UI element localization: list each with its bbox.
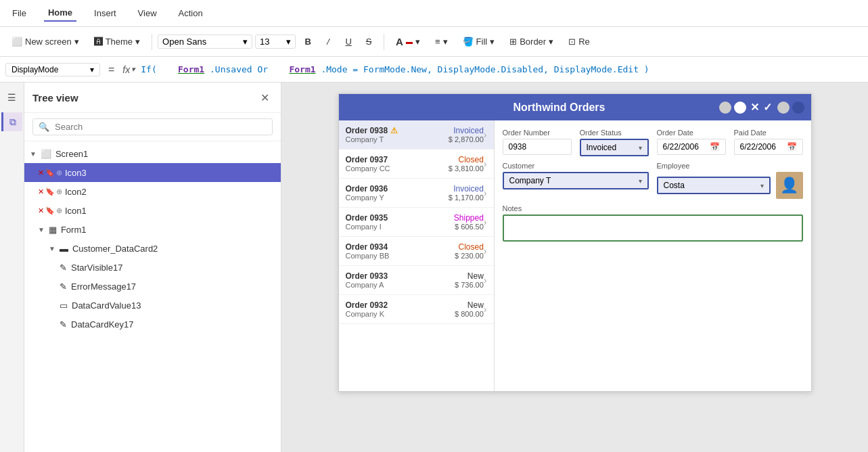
menu-home[interactable]: Home bbox=[44, 5, 76, 22]
order-0934-status: Closed bbox=[455, 242, 484, 252]
bookmark-icon3: 🔖 bbox=[45, 168, 55, 177]
border-button[interactable]: ⊞ Border ▾ bbox=[503, 33, 559, 50]
header-circle-1[interactable] bbox=[719, 101, 731, 114]
hamburger-icon[interactable]: ☰ bbox=[3, 88, 22, 107]
order-0934-info: Order 0934 Company BB bbox=[346, 242, 455, 260]
underline-button[interactable]: U bbox=[339, 32, 358, 51]
order-item-0934[interactable]: Order 0934 Company BB Closed $ 230.00 › bbox=[339, 237, 494, 266]
paid-date-calendar-icon[interactable]: 📅 bbox=[787, 142, 797, 152]
fill-button[interactable]: 🪣 Fill ▾ bbox=[457, 33, 501, 50]
search-input[interactable] bbox=[55, 122, 267, 132]
canvas-area: Northwind Orders ✕ ✓ bbox=[281, 83, 868, 452]
text-color-button[interactable]: A ▬ ▾ bbox=[390, 32, 426, 51]
form1-icon: ▦ bbox=[49, 225, 57, 235]
new-screen-button[interactable]: ⬜ New screen ▾ bbox=[5, 33, 85, 50]
order-0936-amount: $ 1,170.00 bbox=[449, 194, 484, 202]
order-0935-num: Order 0935 bbox=[346, 213, 454, 223]
icon2-badges: ✕ 🔖 ⊕ bbox=[38, 187, 62, 196]
order-0932-num: Order 0932 bbox=[346, 300, 455, 310]
employee-label: Employee bbox=[657, 162, 803, 170]
strikethrough-button[interactable]: S bbox=[359, 32, 378, 51]
employee-dropdown[interactable]: Costa ▾ bbox=[657, 177, 771, 194]
menu-file[interactable]: File bbox=[8, 5, 30, 21]
order-0938-info: Order 0938 ⚠ Company T bbox=[346, 126, 449, 143]
tree-item-form1[interactable]: ▼ ▦ Form1 bbox=[24, 220, 281, 239]
equals-sign: = bbox=[106, 64, 117, 76]
menu-action[interactable]: Action bbox=[175, 5, 207, 21]
formula-input[interactable]: If( Form1 .Unsaved Or Form1 .Mode = Form… bbox=[141, 64, 863, 74]
order-date-calendar-icon[interactable]: 📅 bbox=[710, 142, 720, 152]
order-0933-status: New bbox=[455, 271, 484, 281]
theme-button[interactable]: 🅰 Theme ▾ bbox=[88, 33, 146, 50]
order-0933-right: New $ 736.00 bbox=[455, 271, 484, 289]
order-item-0937[interactable]: Order 0937 Company CC Closed $ 3,810.00 … bbox=[339, 150, 494, 179]
chevron-down-icon-tc: ▾ bbox=[415, 37, 420, 47]
order-0932-arrow: › bbox=[484, 304, 487, 315]
font-size-selector[interactable]: 13 ▾ bbox=[255, 35, 296, 49]
order-item-0932[interactable]: Order 0932 Company K New $ 800.00 › bbox=[339, 295, 494, 324]
tree-item-icon3[interactable]: ✕ 🔖 ⊕ Icon3 bbox=[24, 163, 281, 182]
formula-bar: DisplayMode ▾ = fx ▾ If( Form1 .Unsaved … bbox=[0, 57, 868, 83]
tree-item-screen1[interactable]: ▼ ⬜ Screen1 bbox=[24, 144, 281, 163]
font-selector[interactable]: Open Sans ▾ bbox=[158, 35, 252, 49]
menu-insert[interactable]: Insert bbox=[90, 5, 120, 21]
bold-button[interactable]: B bbox=[298, 32, 317, 51]
detail-row-3: Notes bbox=[503, 204, 803, 242]
header-circle-3[interactable] bbox=[777, 101, 790, 114]
chevron-down-icon-align: ▾ bbox=[443, 37, 448, 47]
formula-dropdown[interactable]: DisplayMode ▾ bbox=[5, 63, 100, 76]
notes-input[interactable] bbox=[503, 214, 803, 242]
order-0934-right: Closed $ 230.00 bbox=[455, 242, 484, 260]
tree-item-icon1[interactable]: ✕ 🔖 ⊕ Icon1 bbox=[24, 201, 281, 220]
tree-item-starvisible17[interactable]: ✎ StarVisible17 bbox=[24, 258, 281, 277]
divider-1 bbox=[152, 34, 152, 50]
order-0937-arrow: › bbox=[484, 158, 487, 169]
order-0938-amount: $ 2,870.00 bbox=[449, 135, 484, 143]
starvisible17-icon: ✎ bbox=[60, 263, 67, 273]
order-item-0935[interactable]: Order 0935 Company I Shipped $ 606.50 › bbox=[339, 208, 494, 237]
tree-search-area: 🔍 bbox=[24, 113, 281, 141]
order-status-dropdown[interactable]: Invoiced ▾ bbox=[580, 139, 649, 156]
order-date-label: Order Date bbox=[657, 129, 726, 137]
app-frame: Northwind Orders ✕ ✓ bbox=[338, 93, 812, 392]
order-item-0936[interactable]: Order 0936 Company Y Invoiced $ 1,170.00… bbox=[339, 179, 494, 208]
customer-dropdown[interactable]: Company T ▾ bbox=[503, 172, 649, 189]
tree-item-errormessage17[interactable]: ✎ ErrorMessage17 bbox=[24, 277, 281, 296]
add-icon3: ⊕ bbox=[56, 168, 62, 177]
menu-view[interactable]: View bbox=[134, 5, 161, 21]
tree-content: ▼ ⬜ Screen1 ✕ 🔖 ⊕ Icon3 ✕ 🔖 ⊕ bbox=[24, 141, 281, 452]
chevron-down-icon-theme: ▾ bbox=[135, 37, 140, 47]
order-date-input[interactable]: 6/22/2006 📅 bbox=[657, 139, 726, 155]
app-title: Northwind Orders bbox=[400, 101, 719, 114]
header-close-icon[interactable]: ✕ bbox=[750, 101, 759, 114]
tree-item-datacardvalue13[interactable]: ▭ DataCardValue13 bbox=[24, 296, 281, 315]
paid-date-label: Paid Date bbox=[734, 129, 803, 137]
order-0935-info: Order 0935 Company I bbox=[346, 213, 454, 231]
search-box: 🔍 bbox=[32, 118, 273, 135]
order-status-field: Order Status Invoiced ▾ bbox=[580, 129, 649, 156]
chevron-down-icon-border: ▾ bbox=[549, 37, 553, 47]
fx-button[interactable]: fx ▾ bbox=[122, 64, 135, 75]
tree-item-datacardkey17[interactable]: ✎ DataCardKey17 bbox=[24, 315, 281, 334]
tree-item-icon2[interactable]: ✕ 🔖 ⊕ Icon2 bbox=[24, 182, 281, 201]
header-circle-4[interactable] bbox=[792, 101, 804, 114]
re-button[interactable]: ⊡ Re bbox=[562, 33, 596, 50]
order-0938-company: Company T bbox=[346, 135, 449, 143]
header-check-icon[interactable]: ✓ bbox=[763, 101, 772, 114]
bookmark-icon2: 🔖 bbox=[45, 187, 55, 196]
border-icon: ⊞ bbox=[509, 37, 517, 47]
order-0937-amount: $ 3,810.00 bbox=[449, 164, 484, 173]
order-0933-num: Order 0933 bbox=[346, 271, 455, 281]
align-button[interactable]: ≡ ▾ bbox=[429, 33, 454, 50]
add-icon1: ⊕ bbox=[56, 206, 62, 215]
italic-button[interactable]: / bbox=[319, 32, 338, 51]
datacard2-arrow: ▼ bbox=[49, 245, 55, 252]
layers-icon[interactable]: ⧉ bbox=[1, 112, 22, 131]
order-item-0933[interactable]: Order 0933 Company A New $ 736.00 › bbox=[339, 266, 494, 295]
paid-date-input[interactable]: 6/22/2006 📅 bbox=[734, 139, 803, 155]
order-item-0938[interactable]: Order 0938 ⚠ Company T Invoiced $ 2,870.… bbox=[339, 120, 494, 150]
tree-close-button[interactable]: ✕ bbox=[256, 89, 273, 106]
order-0934-amount: $ 230.00 bbox=[455, 252, 484, 260]
header-circle-2[interactable] bbox=[734, 101, 746, 114]
tree-item-datacard2[interactable]: ▼ ▬ Customer_DataCard2 bbox=[24, 239, 281, 258]
